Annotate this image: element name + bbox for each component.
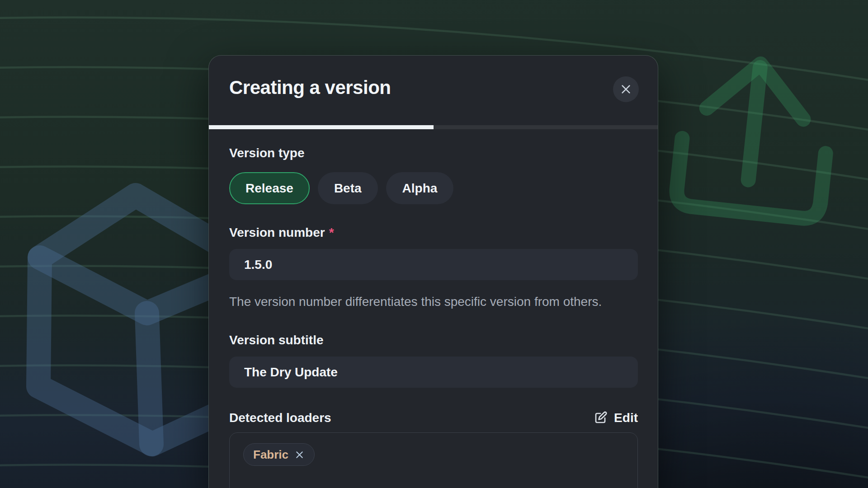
close-icon [620, 83, 632, 95]
loader-chip-label: Fabric [253, 448, 288, 462]
progress-track [209, 125, 658, 129]
version-subtitle-input[interactable] [229, 357, 638, 388]
edit-icon [593, 411, 608, 425]
close-button[interactable] [613, 76, 639, 102]
loader-chip: Fabric [243, 443, 315, 466]
modal-header: Creating a version [209, 56, 658, 125]
version-number-input[interactable] [229, 249, 638, 280]
chip-remove-button[interactable] [294, 450, 305, 460]
required-asterisk: * [329, 225, 334, 239]
type-option-release[interactable]: Release [229, 172, 310, 204]
chip-remove-icon [294, 450, 305, 460]
type-option-beta[interactable]: Beta [318, 172, 378, 204]
version-number-label-text: Version number [229, 225, 325, 239]
version-type-options: Release Beta Alpha [229, 172, 638, 204]
version-type-label: Version type [229, 145, 638, 160]
progress-bar-fill [209, 125, 434, 129]
loaders-box: Fabric [229, 432, 638, 488]
type-option-alpha[interactable]: Alpha [386, 172, 454, 204]
create-version-modal: Creating a version Version type Release … [208, 55, 658, 488]
version-subtitle-label: Version subtitle [229, 333, 638, 347]
detected-loaders-row: Detected loaders Edit [229, 410, 638, 425]
version-number-label: Version number* [229, 225, 638, 240]
detected-loaders-label: Detected loaders [229, 410, 331, 425]
version-number-help: The version number differentiates this s… [229, 293, 611, 311]
page-background: Creating a version Version type Release … [0, 0, 868, 488]
edit-loaders-button[interactable]: Edit [593, 411, 638, 425]
modal-body: Version type Release Beta Alpha Version … [209, 129, 658, 488]
modal-title: Creating a version [229, 77, 391, 99]
upload-icon [675, 56, 835, 220]
edit-button-label: Edit [614, 411, 638, 425]
